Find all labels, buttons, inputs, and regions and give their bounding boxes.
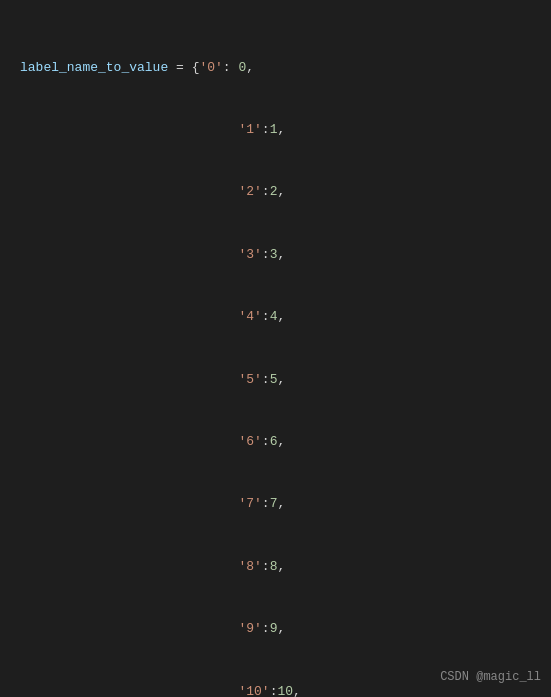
num-line-5: '5':5, (20, 370, 531, 391)
num-line-4: '4':4, (20, 307, 531, 328)
num-line-8: '8':8, (20, 557, 531, 578)
code-block: label_name_to_value = {'0': 0, '1':1, '2… (20, 16, 531, 697)
num-line-1: '1':1, (20, 120, 531, 141)
num-line-3: '3':3, (20, 245, 531, 266)
num-line-2: '2':2, (20, 182, 531, 203)
var-name: label_name_to_value (20, 60, 168, 75)
code-container: label_name_to_value = {'0': 0, '1':1, '2… (20, 16, 531, 697)
num-line-7: '7':7, (20, 494, 531, 515)
num-line-9: '9':9, (20, 619, 531, 640)
watermark-text: CSDN @magic_ll (440, 668, 541, 687)
first-line: label_name_to_value = {'0': 0, (20, 58, 531, 79)
num-line-6: '6':6, (20, 432, 531, 453)
